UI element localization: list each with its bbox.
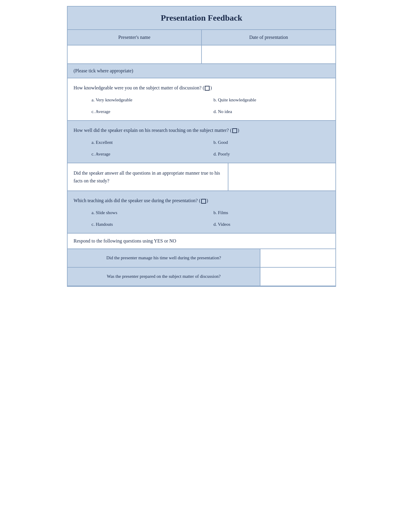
form-title-section: Presentation Feedback	[68, 7, 335, 30]
question2-section: How well did the speaker explain on his …	[68, 121, 335, 163]
presenter-input-row	[68, 45, 335, 64]
q4-option-c: c. Handouts	[91, 221, 207, 228]
q4-option-b: b. Films	[213, 209, 329, 217]
form-title: Presentation Feedback	[74, 13, 329, 23]
presenter-name-label: Presenter's name	[68, 30, 202, 45]
checkbox-icon-q4	[201, 199, 206, 204]
question1-text: How knowledgeable were you on the subjec…	[74, 84, 329, 92]
q2-option-d: d. Poorly	[213, 150, 329, 158]
q1-option-c: c. Average	[91, 108, 207, 115]
yes-no-q2-answer[interactable]	[260, 268, 335, 286]
respond-instruction-row: Respond to the following questions using…	[68, 234, 335, 249]
date-label: Date of presentation	[202, 30, 335, 45]
question1-options: a. Very knowledgeable b. Quite knowledge…	[74, 96, 329, 115]
please-tick-text: (Please tick where appropriate)	[74, 68, 133, 73]
question4-section: Which teaching aids did the speaker use …	[68, 191, 335, 234]
q2-option-a: a. Excellent	[91, 139, 207, 146]
q2-option-b: b. Good	[213, 139, 329, 146]
question4-text: Which teaching aids did the speaker use …	[74, 197, 329, 204]
yes-no-q1-row: Did the presenter manage his time well d…	[68, 249, 335, 268]
question4-options: a. Slide shows b. Films c. Handouts d. V…	[74, 209, 329, 228]
question3-answer[interactable]	[228, 163, 335, 190]
question2-options: a. Excellent b. Good c. Average d. Poorl…	[74, 139, 329, 158]
checkbox-icon-q2	[232, 128, 237, 133]
q1-option-a: a. Very knowledgeable	[91, 96, 207, 104]
yes-no-q2-row: Was the presenter prepared on the subjec…	[68, 268, 335, 286]
q4-option-d: d. Videos	[213, 221, 329, 228]
question3-row: Did the speaker answer all the questions…	[68, 163, 335, 191]
header-labels-row: Presenter's name Date of presentation	[68, 30, 335, 45]
question2-text: How well did the speaker explain on his …	[74, 127, 329, 134]
q1-option-d: d. No idea	[213, 108, 329, 115]
yes-no-q1-answer[interactable]	[260, 249, 335, 267]
checkbox-icon-q1	[205, 86, 210, 91]
presenter-name-input[interactable]	[68, 45, 202, 63]
please-tick-row: (Please tick where appropriate)	[68, 64, 335, 78]
respond-instruction-text: Respond to the following questions using…	[74, 238, 176, 243]
q4-option-a: a. Slide shows	[91, 209, 207, 217]
form-container: Presentation Feedback Presenter's name D…	[67, 6, 336, 287]
yes-no-q1-text: Did the presenter manage his time well d…	[68, 249, 260, 267]
question3-text: Did the speaker answer all the questions…	[68, 163, 228, 190]
q1-option-b: b. Quite knowledgeable	[213, 96, 329, 104]
date-input[interactable]	[202, 45, 335, 63]
q2-option-c: c. Average	[91, 150, 207, 158]
question1-section: How knowledgeable were you on the subjec…	[68, 78, 335, 121]
yes-no-q2-text: Was the presenter prepared on the subjec…	[68, 268, 260, 286]
